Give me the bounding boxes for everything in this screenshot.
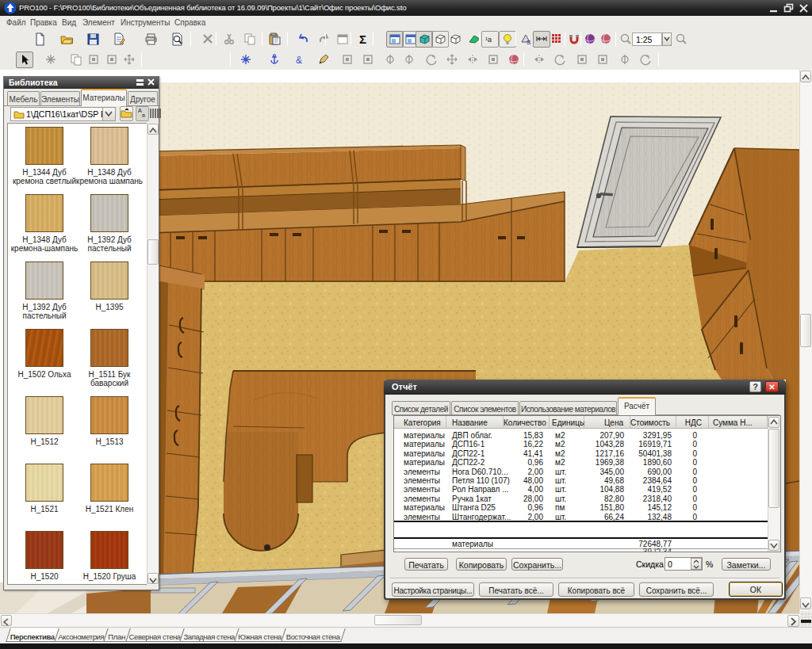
svg-text:¹a: ¹a [485, 36, 492, 44]
svg-text:&: & [296, 55, 302, 66]
svg-text:S: S [527, 39, 530, 46]
svg-text:Σ: Σ [359, 32, 366, 46]
svg-text:я: я [142, 113, 145, 118]
